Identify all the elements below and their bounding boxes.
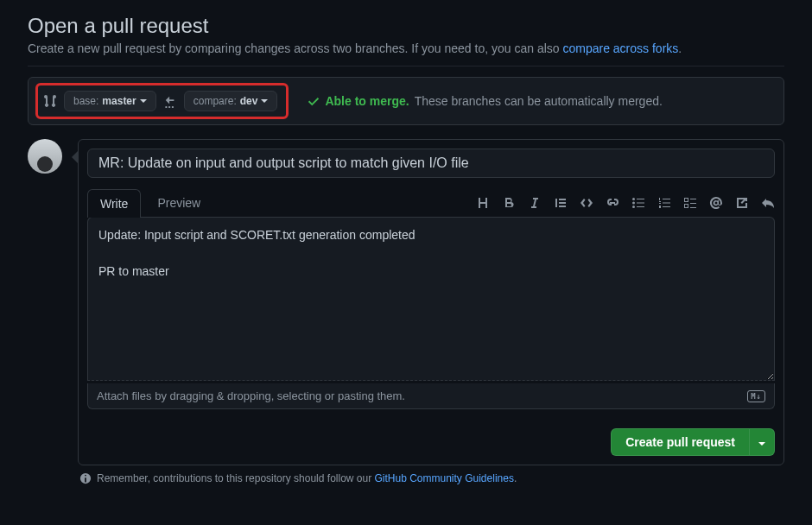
pr-body-textarea[interactable] (87, 217, 775, 381)
quote-icon[interactable] (554, 196, 568, 210)
subtitle-after: . (678, 41, 682, 55)
pr-title-input[interactable] (87, 149, 775, 178)
italic-icon[interactable] (528, 196, 542, 210)
mention-icon[interactable] (709, 196, 723, 210)
chevron-down-icon (261, 99, 268, 104)
tasklist-icon[interactable] (683, 196, 697, 210)
crossref-icon[interactable] (735, 196, 749, 210)
create-pr-button[interactable]: Create pull request (611, 428, 749, 456)
chevron-down-icon (140, 99, 147, 104)
guidelines-link[interactable]: GitHub Community Guidelines (375, 472, 514, 484)
header-divider (28, 66, 784, 66)
compare-branch-selector[interactable]: compare: dev (184, 91, 278, 111)
annotation-highlight: base: master ••• compare: dev (35, 83, 289, 119)
base-value: master (102, 95, 136, 107)
base-branch-selector[interactable]: base: master (64, 91, 156, 111)
check-icon (308, 95, 320, 107)
reply-icon[interactable] (761, 196, 775, 210)
attach-bar[interactable]: Attach files by dragging & dropping, sel… (87, 383, 775, 409)
ul-icon[interactable] (631, 196, 645, 210)
base-label: base: (73, 95, 98, 107)
code-icon[interactable] (580, 196, 593, 210)
compose-box: Write Preview (78, 139, 784, 465)
page-subtitle: Create a new pull request by comparing c… (28, 41, 784, 55)
bold-icon[interactable] (502, 196, 516, 210)
heading-icon[interactable] (476, 196, 490, 210)
compare-value: dev (240, 95, 258, 107)
avatar (28, 139, 62, 174)
tab-preview[interactable]: Preview (144, 188, 213, 217)
footer-note: Remember, contributions to this reposito… (28, 465, 784, 484)
attach-hint: Attach files by dragging & dropping, sel… (97, 389, 405, 402)
subtitle-text: Create a new pull request by comparing c… (28, 41, 562, 55)
compare-label: compare: (193, 95, 237, 107)
merge-status-label: Able to merge. (325, 94, 409, 108)
ol-icon[interactable] (657, 196, 671, 210)
page-title: Open a pull request (28, 14, 784, 38)
chevron-down-icon (758, 442, 765, 446)
merge-status: Able to merge. These branches can be aut… (308, 94, 662, 108)
svg-point-2 (632, 206, 635, 208)
merge-status-message: These branches can be automatically merg… (415, 94, 663, 108)
tab-write[interactable]: Write (87, 189, 141, 218)
compare-forks-link[interactable]: compare across forks (562, 41, 678, 55)
svg-point-1 (632, 201, 635, 204)
link-icon[interactable] (606, 196, 619, 210)
svg-point-0 (632, 198, 635, 200)
info-icon (79, 472, 92, 484)
footer-text-after: . (514, 472, 517, 484)
branch-compare-bar: base: master ••• compare: dev Able to me… (28, 77, 784, 125)
arrow-left-icon: ••• (163, 94, 177, 109)
markdown-icon[interactable]: M↓ (747, 390, 765, 402)
footer-text-before: Remember, contributions to this reposito… (97, 472, 375, 484)
compare-icon (43, 94, 57, 108)
create-pr-dropdown[interactable] (749, 428, 775, 456)
markdown-toolbar (476, 196, 775, 210)
